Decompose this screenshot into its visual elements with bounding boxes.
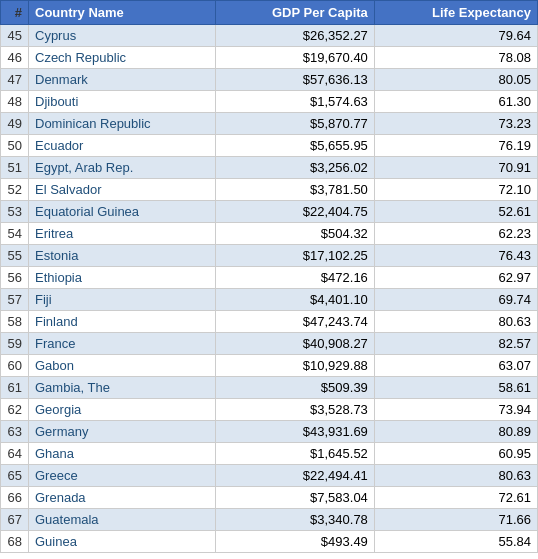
row-country: Guatemala [29,509,216,531]
row-country: Ghana [29,443,216,465]
row-life-expectancy: 72.10 [374,179,537,201]
row-gdp: $40,908.27 [216,333,375,355]
table-row: 50Ecuador$5,655.9576.19 [1,135,538,157]
row-life-expectancy: 80.05 [374,69,537,91]
row-number: 60 [1,355,29,377]
row-country: Dominican Republic [29,113,216,135]
row-life-expectancy: 76.43 [374,245,537,267]
row-gdp: $3,781.50 [216,179,375,201]
table-row: 57Fiji$4,401.1069.74 [1,289,538,311]
row-country: Djibouti [29,91,216,113]
row-country: Eritrea [29,223,216,245]
row-life-expectancy: 79.64 [374,25,537,47]
row-life-expectancy: 61.30 [374,91,537,113]
row-life-expectancy: 70.91 [374,157,537,179]
row-country: Guinea [29,531,216,553]
row-number: 56 [1,267,29,289]
header-row: # Country Name GDP Per Capita Life Expec… [1,1,538,25]
table-row: 46Czech Republic$19,670.4078.08 [1,47,538,69]
row-country: Ecuador [29,135,216,157]
row-gdp: $3,256.02 [216,157,375,179]
row-number: 50 [1,135,29,157]
row-life-expectancy: 82.57 [374,333,537,355]
row-number: 65 [1,465,29,487]
row-number: 61 [1,377,29,399]
row-country: Finland [29,311,216,333]
row-gdp: $57,636.13 [216,69,375,91]
row-country: Greece [29,465,216,487]
row-number: 46 [1,47,29,69]
row-country: Ethiopia [29,267,216,289]
row-number: 59 [1,333,29,355]
row-gdp: $3,528.73 [216,399,375,421]
row-country: Cyprus [29,25,216,47]
row-life-expectancy: 80.63 [374,465,537,487]
row-life-expectancy: 62.23 [374,223,537,245]
row-country: Egypt, Arab Rep. [29,157,216,179]
table-row: 48Djibouti$1,574.6361.30 [1,91,538,113]
row-life-expectancy: 63.07 [374,355,537,377]
table-row: 49Dominican Republic$5,870.7773.23 [1,113,538,135]
row-gdp: $22,404.75 [216,201,375,223]
row-country: Czech Republic [29,47,216,69]
row-number: 51 [1,157,29,179]
row-number: 58 [1,311,29,333]
row-gdp: $472.16 [216,267,375,289]
row-number: 55 [1,245,29,267]
row-number: 48 [1,91,29,113]
table-row: 62Georgia$3,528.7373.94 [1,399,538,421]
row-gdp: $10,929.88 [216,355,375,377]
row-life-expectancy: 73.23 [374,113,537,135]
row-country: Denmark [29,69,216,91]
row-number: 66 [1,487,29,509]
table-row: 64Ghana$1,645.5260.95 [1,443,538,465]
table-row: 52El Salvador$3,781.5072.10 [1,179,538,201]
row-life-expectancy: 72.61 [374,487,537,509]
table-row: 68Guinea$493.4955.84 [1,531,538,553]
row-country: Georgia [29,399,216,421]
row-life-expectancy: 71.66 [374,509,537,531]
row-life-expectancy: 55.84 [374,531,537,553]
col-header-num: # [1,1,29,25]
table-row: 65Greece$22,494.4180.63 [1,465,538,487]
table-row: 58Finland$47,243.7480.63 [1,311,538,333]
row-gdp: $22,494.41 [216,465,375,487]
row-gdp: $17,102.25 [216,245,375,267]
table-row: 45Cyprus$26,352.2779.64 [1,25,538,47]
row-number: 47 [1,69,29,91]
row-gdp: $43,931.69 [216,421,375,443]
row-gdp: $4,401.10 [216,289,375,311]
row-gdp: $26,352.27 [216,25,375,47]
table-row: 56Ethiopia$472.1662.97 [1,267,538,289]
row-life-expectancy: 80.63 [374,311,537,333]
row-number: 53 [1,201,29,223]
row-number: 45 [1,25,29,47]
row-country: El Salvador [29,179,216,201]
row-life-expectancy: 78.08 [374,47,537,69]
row-gdp: $1,645.52 [216,443,375,465]
row-number: 63 [1,421,29,443]
row-number: 62 [1,399,29,421]
table-row: 54Eritrea$504.3262.23 [1,223,538,245]
row-country: Equatorial Guinea [29,201,216,223]
row-gdp: $3,340.78 [216,509,375,531]
row-gdp: $7,583.04 [216,487,375,509]
row-gdp: $1,574.63 [216,91,375,113]
row-number: 54 [1,223,29,245]
row-country: Gambia, The [29,377,216,399]
row-life-expectancy: 69.74 [374,289,537,311]
row-number: 67 [1,509,29,531]
row-country: Grenada [29,487,216,509]
row-gdp: $5,870.77 [216,113,375,135]
table-row: 63Germany$43,931.6980.89 [1,421,538,443]
table-row: 51Egypt, Arab Rep.$3,256.0270.91 [1,157,538,179]
row-life-expectancy: 52.61 [374,201,537,223]
row-life-expectancy: 62.97 [374,267,537,289]
col-header-life: Life Expectancy [374,1,537,25]
row-number: 57 [1,289,29,311]
table-row: 66Grenada$7,583.0472.61 [1,487,538,509]
row-country: Germany [29,421,216,443]
row-country: Gabon [29,355,216,377]
table-row: 61Gambia, The$509.3958.61 [1,377,538,399]
row-life-expectancy: 80.89 [374,421,537,443]
